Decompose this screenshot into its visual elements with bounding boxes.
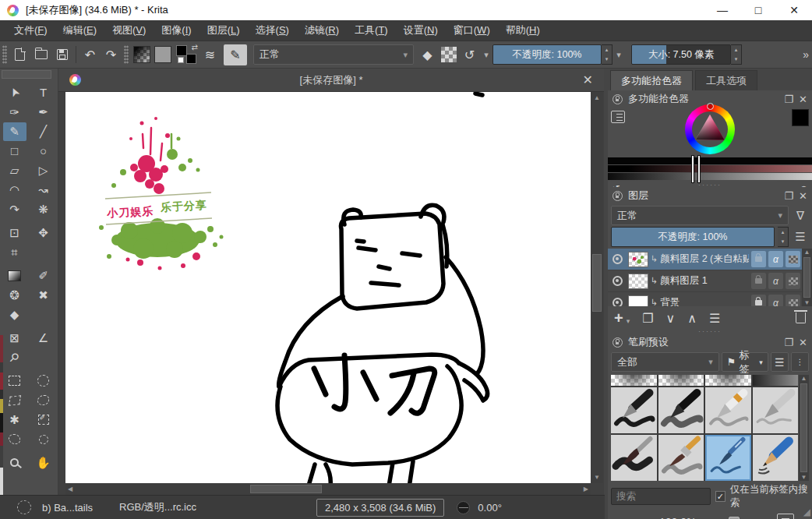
toolbox-grip[interactable] xyxy=(2,70,51,79)
hue-marker[interactable] xyxy=(707,103,714,110)
reload-preset-button[interactable]: ↺ xyxy=(459,44,480,65)
freehand-select-tool[interactable] xyxy=(32,391,55,410)
brush-filter-select[interactable]: 全部 ▾ xyxy=(611,352,719,372)
move-layer-down-button[interactable]: ∨ xyxy=(666,311,676,326)
menu-item-e[interactable]: 编辑(E) xyxy=(55,23,104,37)
duplicate-layer-button[interactable]: ❐ xyxy=(642,311,653,326)
layer-visibility-icon[interactable] xyxy=(613,298,623,306)
save-document-button[interactable] xyxy=(51,44,72,65)
scroll-left-icon[interactable]: ◀ xyxy=(68,485,72,493)
layer-thumbnail[interactable] xyxy=(628,274,648,289)
brush-scroll-thumb[interactable] xyxy=(800,383,807,472)
vertical-scroll-thumb[interactable] xyxy=(592,254,602,312)
thumbnail-size-button[interactable] xyxy=(777,514,794,519)
brush-search-input[interactable] xyxy=(611,488,711,505)
preserve-alpha-toggle[interactable] xyxy=(438,44,459,65)
rotation-dial-icon[interactable] xyxy=(457,501,470,514)
resize-grip-icon[interactable]: ◢ xyxy=(803,507,810,517)
ellipse-tool[interactable]: ○ xyxy=(32,142,55,161)
search-tag-checkbox[interactable]: ✓ xyxy=(715,491,726,502)
current-color-swatch[interactable] xyxy=(792,109,809,126)
text-tool[interactable]: T xyxy=(32,83,55,102)
polygon-tool[interactable]: ▱ xyxy=(3,161,26,180)
toolbar-overflow-button[interactable]: » xyxy=(803,48,809,61)
layer-name[interactable]: 背景 xyxy=(660,296,749,306)
brush-editor-button[interactable]: ✎ xyxy=(224,44,247,65)
layer-opacity-spinner[interactable]: ▴▾ xyxy=(778,227,789,247)
layer-opacity-slider[interactable]: 不透明度: 100% xyxy=(611,227,775,247)
brush-detail-button[interactable]: ⋮ xyxy=(791,352,809,372)
menu-item-i[interactable]: 图像(I) xyxy=(154,23,199,37)
foreground-color-swatch[interactable] xyxy=(176,45,187,56)
brush-size-spinner[interactable]: ▴▾ xyxy=(731,44,742,65)
view-mode-button[interactable]: ☰ xyxy=(771,352,789,372)
choices-button[interactable]: ≋ xyxy=(199,44,221,65)
new-document-button[interactable] xyxy=(9,44,30,65)
brush-preset-marker-black[interactable] xyxy=(658,387,704,433)
blending-mode-select[interactable]: 正常 ▾ xyxy=(253,44,414,65)
layer-lock-icon[interactable] xyxy=(751,295,766,306)
rect-select-tool[interactable] xyxy=(3,372,26,390)
layer-thumbnail[interactable] xyxy=(628,295,648,307)
fill-tool[interactable]: ◆ xyxy=(3,305,26,324)
assistants-tool[interactable]: ⊠ xyxy=(3,329,26,348)
float-panel-icon[interactable]: ❐ xyxy=(784,337,793,348)
dock-tab-tool-options[interactable]: 工具选项 xyxy=(695,70,757,90)
undo-button[interactable]: ↶ xyxy=(79,44,101,65)
horizontal-scrollbar[interactable]: ◀ ▶ xyxy=(65,483,591,495)
statusbar-color-profile[interactable]: RGB/透明...rc.icc xyxy=(119,500,196,514)
brush-scrollbar[interactable]: ▲ ▼ xyxy=(799,375,809,481)
lock-icon[interactable] xyxy=(613,94,623,104)
layer-row[interactable]: ↳颜料图层 2 (来自粘贴)α xyxy=(608,249,802,270)
brush-preset-pencil-blue[interactable] xyxy=(753,435,799,481)
background-color-swatch[interactable] xyxy=(186,54,196,64)
line-tool[interactable]: ╱ xyxy=(32,122,55,141)
scroll-down-icon[interactable]: ▼ xyxy=(801,474,807,481)
toolbar-grip[interactable] xyxy=(124,45,129,64)
pattern-chooser[interactable] xyxy=(152,44,173,65)
scroll-right-icon[interactable]: ▶ xyxy=(584,485,588,493)
brush-preset-pen-silver[interactable] xyxy=(753,387,799,433)
brush-preset-ink-pen-black[interactable] xyxy=(611,387,657,433)
shape-select-tool[interactable]: ➤ xyxy=(3,83,26,102)
eraser-mode-toggle[interactable]: ◆ xyxy=(417,44,438,65)
similar-color-select-tool[interactable] xyxy=(32,411,55,429)
move-tool[interactable]: ✥ xyxy=(32,224,55,242)
lock-icon[interactable] xyxy=(613,191,623,201)
crop-tool[interactable]: ⌗ xyxy=(3,243,26,262)
layer-inherit-alpha-icon[interactable] xyxy=(786,295,800,306)
transform-tool[interactable]: ⊡ xyxy=(3,224,26,242)
tags-button[interactable]: ⚑ 标签 ▾ xyxy=(722,352,768,372)
menu-item-h[interactable]: 帮助(H) xyxy=(498,23,548,37)
brush-preset-paintbrush-orange[interactable] xyxy=(658,435,704,481)
statusbar-brush-info[interactable]: b) Ba...tails xyxy=(42,502,93,514)
colorize-mask-tool[interactable]: ❂ xyxy=(3,286,26,305)
rectangle-tool[interactable]: □ xyxy=(3,142,26,161)
opacity-dropdown-arrow[interactable]: ▾ xyxy=(613,50,625,60)
layer-name[interactable]: 颜料图层 2 (来自粘贴) xyxy=(660,252,749,266)
close-panel-icon[interactable]: ✕ xyxy=(799,190,807,202)
float-panel-icon[interactable]: ❐ xyxy=(784,94,793,105)
opacity-spinner[interactable]: ▴▾ xyxy=(602,44,613,65)
float-panel-icon[interactable]: ❐ xyxy=(784,190,793,202)
dock-tab-color-picker[interactable]: 多功能拾色器 xyxy=(610,70,693,90)
layer-scroll-thumb[interactable] xyxy=(803,257,810,298)
layer-inherit-alpha-icon[interactable] xyxy=(786,273,800,289)
canvas[interactable]: 小刀娱乐 乐于分享 xyxy=(65,92,591,483)
layer-visibility-icon[interactable] xyxy=(613,254,623,264)
gradient-chooser[interactable] xyxy=(131,44,152,65)
layer-inherit-alpha-icon[interactable] xyxy=(786,251,800,267)
smart-patch-tool[interactable]: ✖ xyxy=(32,286,55,305)
dynamic-brush-tool[interactable]: ↷ xyxy=(3,200,26,219)
scroll-down-icon[interactable]: ▼ xyxy=(804,299,810,306)
slider-handle[interactable] xyxy=(692,156,694,182)
calligraphy-tool[interactable]: ✒ xyxy=(32,103,55,122)
color-settings-icon[interactable] xyxy=(611,111,625,123)
minimize-button[interactable]: — xyxy=(704,0,740,20)
reference-images-tool[interactable]: ⚲ xyxy=(3,348,26,367)
brush-preset-paintbrush-dark[interactable] xyxy=(611,435,657,481)
layer-filter-icon[interactable]: ∇ xyxy=(792,209,809,223)
edit-shapes-tool[interactable]: ✑ xyxy=(3,103,26,122)
layer-blending-mode-select[interactable]: 正常 ▾ xyxy=(611,206,789,225)
foreground-background-colors[interactable]: ⇄ xyxy=(175,44,197,65)
